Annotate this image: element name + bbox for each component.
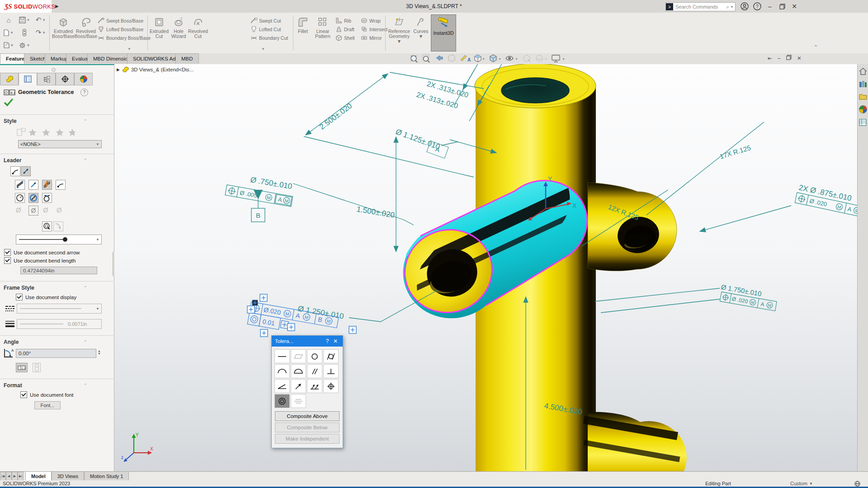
font-button[interactable]: Font... — [34, 401, 61, 409]
dim-2500[interactable]: 2.500±.020 — [318, 101, 354, 131]
options-dropdown-icon[interactable]: ▼ — [27, 43, 30, 47]
tab-display-manager[interactable] — [74, 73, 93, 85]
angle-spinner[interactable]: ▲▼ — [98, 350, 101, 355]
redo-dropdown-icon[interactable]: ▼ — [42, 31, 46, 35]
circularity-symbol[interactable] — [307, 349, 322, 363]
home-taskpane-icon[interactable] — [859, 68, 867, 75]
dim-750[interactable]: Ø .750±.010 — [250, 175, 292, 191]
dim-17x-r125[interactable]: 17X R.125 — [719, 144, 752, 160]
leader-diagonal-button[interactable] — [28, 180, 38, 190]
dock-pane-icon[interactable]: ⇤ — [768, 55, 772, 61]
section-format-header[interactable]: Format — [4, 382, 22, 389]
panel-collapse-dot[interactable] — [52, 68, 56, 72]
lofted-boss-base-button[interactable]: Lofted Boss/Base — [98, 25, 151, 33]
straightness-symbol[interactable] — [274, 349, 290, 363]
composite-above-button[interactable]: Composite Above — [275, 411, 340, 421]
auto-leader-lightning-button[interactable] — [42, 180, 52, 190]
file-explorer-icon[interactable] — [859, 93, 867, 100]
globe-icon[interactable] — [854, 481, 860, 488]
style-buttons-row[interactable] — [16, 127, 75, 137]
group-flyout-arrow-icon[interactable]: ▼ — [261, 47, 265, 51]
total-runout-symbol[interactable] — [307, 379, 322, 393]
search-icon[interactable]: ⌕ — [726, 4, 729, 10]
leader-nearest-button[interactable] — [42, 221, 52, 231]
view-settings-icon[interactable] — [552, 55, 560, 62]
hole-wizard-button[interactable]: Hole Wizard — [169, 14, 188, 51]
appearances-icon[interactable] — [859, 105, 867, 113]
circular-runout-symbol[interactable] — [291, 379, 306, 393]
swept-cut-button[interactable]: Swept Cut — [250, 16, 288, 25]
linear-pattern-button[interactable]: Linear Pattern — [312, 14, 334, 51]
next-tab-button[interactable]: ▶ — [12, 472, 18, 481]
tab-feature-manager[interactable] — [0, 73, 19, 85]
user-account-icon[interactable] — [740, 1, 750, 11]
graphics-viewport[interactable]: ▶ 3D Views_& (Extend<Dis... — [114, 64, 857, 471]
search-input[interactable]: Search Commands — [675, 4, 726, 9]
design-library-icon[interactable] — [859, 80, 867, 88]
display-style-icon[interactable] — [490, 55, 496, 62]
angle-field[interactable]: 0.00° — [16, 349, 96, 358]
status-custom-dropdown[interactable]: Custom ▼ — [790, 481, 813, 486]
draft-button[interactable]: Draft — [335, 25, 354, 33]
fcf-edit-datum2[interactable]: B — [317, 315, 323, 323]
zoom-to-fit-icon[interactable] — [411, 56, 417, 62]
fcf-edit-datum1[interactable]: A — [295, 312, 301, 319]
fcf-750-group[interactable]: Ø .750±.010 Ø .005 M A M B — [225, 175, 293, 222]
swept-boss-base-button[interactable]: Swept Boss/Base — [98, 16, 151, 25]
zoom-to-area-icon[interactable] — [423, 55, 429, 62]
cylindricity-symbol[interactable] — [323, 349, 339, 363]
ok-check-icon[interactable] — [4, 98, 14, 107]
use-second-arrow-checkbox[interactable]: Use document second arrow — [4, 249, 80, 256]
use-bend-length-checkbox[interactable]: Use document bend length — [4, 257, 75, 264]
parallelism-symbol[interactable] — [307, 364, 322, 378]
reference-geometry-dropdown-icon[interactable]: ▼ — [397, 39, 401, 44]
leader-button[interactable] — [10, 166, 20, 176]
restore-button[interactable] — [777, 1, 787, 11]
perpendicularity-symbol[interactable] — [323, 364, 339, 378]
dialog-close-icon[interactable]: ✕ — [331, 338, 340, 344]
fillet-button[interactable]: Fillet — [294, 14, 312, 51]
view-orientation-icon[interactable] — [475, 55, 481, 62]
tab-model[interactable]: Model — [25, 472, 52, 481]
extruded-cut-button[interactable]: Extruded Cut — [149, 14, 169, 51]
custom-properties-icon[interactable] — [859, 119, 867, 126]
new-dropdown-icon[interactable]: ▼ — [10, 31, 14, 35]
curves-button[interactable]: Curves ▼ — [412, 14, 430, 51]
leader-circle-arrow-button[interactable] — [28, 193, 38, 203]
fcf-edit-tolerance[interactable]: Ø.020 — [263, 306, 282, 316]
bend-length-field[interactable]: 0.47244094in — [20, 267, 97, 274]
fcf-875-group[interactable]: 2X Ø .875±.010 Ø .020 M A M — [795, 183, 857, 219]
revolved-boss-base-button[interactable]: Revolved Boss/Base — [74, 14, 98, 51]
close-button[interactable]: ✕ — [789, 1, 799, 11]
chevron-up-icon[interactable]: ⌃ — [84, 286, 87, 290]
search-commands-box[interactable]: > Search Commands ⌕ ▼ — [665, 2, 736, 11]
fcf-1750-group[interactable]: Ø 1.750±.010 Ø .020 M A M — [720, 283, 777, 311]
annotation-views-icon[interactable]: A — [461, 55, 471, 62]
ribbon-collapse-icon[interactable]: ⌃ — [814, 44, 818, 50]
instant3d-button[interactable]: Instant3D — [431, 14, 456, 52]
section-style-header[interactable]: Style — [4, 118, 17, 124]
chevron-up-icon[interactable]: ⌃ — [84, 383, 87, 388]
prev-tab-button[interactable]: ◀ — [6, 472, 12, 481]
frame-horizontal-button[interactable]: 0.1 — [16, 363, 28, 372]
angularity-symbol[interactable] — [274, 379, 290, 393]
part-lower-right-lug[interactable] — [583, 412, 687, 471]
rebuild-button[interactable] — [16, 26, 33, 39]
last-tab-button[interactable]: ▶| — [18, 472, 24, 481]
dialog-help-icon[interactable]: ? — [323, 338, 331, 344]
file-properties-dropdown-icon[interactable]: ▼ — [10, 43, 14, 47]
panel-help-icon[interactable]: ? — [80, 89, 88, 96]
doc-restore-icon[interactable] — [786, 55, 792, 61]
no-leader-button[interactable] — [15, 180, 25, 190]
tab-configuration-manager[interactable] — [37, 73, 56, 85]
extruded-boss-base-button[interactable]: Extruded Boss/Base — [52, 14, 75, 51]
dim-1500[interactable]: 1.500±.020 — [356, 205, 395, 220]
style-select[interactable]: <NONE>▼ — [18, 140, 102, 148]
position-symbol[interactable] — [323, 379, 339, 393]
minimize-button[interactable]: – — [765, 1, 775, 11]
search-dropdown-icon[interactable]: ▼ — [730, 5, 734, 9]
frame-line-style-select[interactable]: ▼ — [17, 304, 102, 314]
tab-dimxpert-manager[interactable] — [56, 73, 74, 85]
profile-line-symbol[interactable] — [274, 364, 290, 378]
chevron-up-icon[interactable]: ⌃ — [84, 340, 87, 344]
